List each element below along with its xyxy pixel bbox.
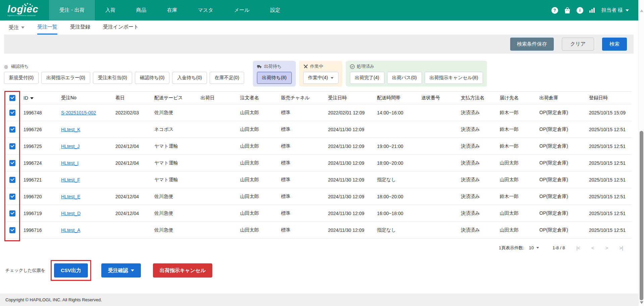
column-header[interactable]: 着日 xyxy=(113,92,152,104)
status-group: 処理済み出荷完了(4)出荷パス(0)出荷指示キャンセル(8) xyxy=(346,61,487,87)
row-checkbox[interactable] xyxy=(9,110,15,116)
status-filter-button[interactable]: 在庫不足(0) xyxy=(210,72,244,84)
cell-orderer: 山田太郎 xyxy=(237,205,278,222)
bag-icon[interactable] xyxy=(564,7,571,14)
topnav-item[interactable]: 入荷 xyxy=(95,0,126,20)
column-header[interactable]: 受注日時 xyxy=(325,92,374,104)
cell-recipient: 山田太郎 xyxy=(497,155,537,171)
orders-table: ID受注No着日配送サービス出荷日注文者名販売チャネル受注日時配送時間帯送状番号… xyxy=(4,91,632,239)
help-icon[interactable]: ? xyxy=(551,7,558,14)
subnav-tab[interactable]: 受注一覧 xyxy=(37,20,57,35)
status-filter-button[interactable]: 作業中(4) xyxy=(303,72,338,84)
column-header[interactable]: 支払方法名 xyxy=(458,92,497,104)
status-filter-button[interactable]: 出荷指示エラー(0) xyxy=(41,72,90,84)
scrollbar-thumb[interactable] xyxy=(640,131,643,300)
info-icon[interactable]: i xyxy=(577,7,583,14)
csv-export-button[interactable]: CSV出力 xyxy=(54,263,88,277)
per-page-select[interactable]: 10 xyxy=(529,245,539,250)
vertical-scrollbar[interactable] xyxy=(638,0,644,306)
column-header[interactable]: 送状番号 xyxy=(419,92,458,104)
order-no-link[interactable]: S-20251015-002 xyxy=(61,110,96,115)
scroll-up-icon[interactable] xyxy=(640,9,643,12)
first-page-icon[interactable]: |< xyxy=(576,245,580,251)
order-dropdown[interactable]: 受注 xyxy=(9,24,24,31)
status-filter-button[interactable]: 出荷指示キャンセル(8) xyxy=(425,72,483,84)
order-no-link[interactable]: HLtest_D xyxy=(61,211,80,216)
status-filter-button[interactable]: 新規受付(0) xyxy=(4,72,39,84)
order-no-link[interactable]: HLtest_E xyxy=(61,194,80,199)
row-checkbox[interactable] xyxy=(9,194,15,200)
column-header[interactable]: 注文者名 xyxy=(237,92,278,104)
column-header[interactable]: 登録日時 xyxy=(586,92,632,104)
cell-arrival-date: 2022/02/03 xyxy=(113,104,152,121)
status-filter-button[interactable]: 入金待ち(0) xyxy=(172,72,207,84)
order-confirm-button[interactable]: 受注確認 xyxy=(101,263,141,277)
topnav-item[interactable]: メール xyxy=(224,0,260,20)
cell-recipient: 山田太郎 xyxy=(497,222,537,239)
row-checkbox[interactable] xyxy=(9,160,15,166)
cell-registered: 2025/10/15 12:51 xyxy=(586,222,632,239)
column-header[interactable]: 販売チャネル xyxy=(278,92,325,104)
cell-order-no: S-20251015-002 xyxy=(58,104,113,121)
scroll-down-icon[interactable] xyxy=(640,301,643,304)
topnav-item[interactable]: 設定 xyxy=(260,0,291,20)
cell-arrival-date xyxy=(113,121,152,138)
topbar-right: ? i 担当者 様 xyxy=(551,0,638,20)
cell-order-datetime: 2024/11/30 12:09 xyxy=(325,138,374,155)
row-checkbox[interactable] xyxy=(9,143,15,149)
cell-warehouse: OP(限定倉庫) xyxy=(537,121,586,138)
topnav-item[interactable]: 商品 xyxy=(126,0,157,20)
column-header[interactable]: 届け先名 xyxy=(497,92,537,104)
status-filter-button[interactable]: 出荷パス(0) xyxy=(387,72,422,84)
copyright-text: Copyright © HAPILOGI, INC. All Rights Re… xyxy=(5,297,102,302)
status-group-label: ◎確認待ち xyxy=(4,63,244,69)
user-menu[interactable]: 担当者 様 xyxy=(601,7,629,13)
topnav-item[interactable]: 在庫 xyxy=(157,0,187,20)
last-page-icon[interactable]: >| xyxy=(619,245,623,251)
cell-registered: 2025/10/15 15:09 xyxy=(586,104,632,121)
order-no-link[interactable]: HLtest_I xyxy=(61,160,78,166)
clear-button[interactable]: クリア xyxy=(562,38,594,51)
topnav-item[interactable]: 受注・出荷 xyxy=(49,0,95,20)
logiec-logo[interactable]: logiec logistics e-commerce conductor xyxy=(0,0,43,20)
cell-payment: 決済済み xyxy=(458,104,497,121)
cell-order-no: HLtest_J xyxy=(58,138,113,155)
stats-icon[interactable] xyxy=(589,8,595,13)
column-header[interactable]: 配送時間帯 xyxy=(374,92,419,104)
cell-orderer: 山田太郎 xyxy=(237,104,278,121)
row-checkbox[interactable] xyxy=(9,227,15,233)
table-row: 1996748S-20251015-0022022/02/03佐川急便山田太郎標… xyxy=(4,104,632,121)
column-header[interactable]: 出荷倉庫 xyxy=(537,92,586,104)
order-no-link[interactable]: HLtest_A xyxy=(61,227,80,233)
status-filter-button[interactable]: 受注未引当(0) xyxy=(93,72,132,84)
subnav-tab[interactable]: 受注登録 xyxy=(70,20,90,35)
order-no-link[interactable]: HLtest_K xyxy=(61,127,80,132)
cell-time-slot: 指定なし xyxy=(374,171,419,188)
save-search-conditions-button[interactable]: 検索条件保存 xyxy=(510,38,554,51)
row-checkbox[interactable] xyxy=(9,126,15,133)
cell-ship-date xyxy=(198,222,237,239)
chevron-down-icon xyxy=(131,269,134,271)
topnav-item[interactable]: マスタ xyxy=(187,0,224,20)
column-header[interactable]: 出荷日 xyxy=(198,92,237,104)
select-all-checkbox[interactable] xyxy=(9,95,15,101)
status-filter-button[interactable]: 出荷完了(4) xyxy=(350,72,384,84)
order-no-link[interactable]: HLtest_J xyxy=(61,144,79,149)
column-header[interactable]: ID xyxy=(21,92,58,104)
row-checkbox[interactable] xyxy=(9,210,15,216)
logo-text: logiec xyxy=(7,4,43,14)
next-page-icon[interactable]: > xyxy=(605,245,608,251)
status-filter-button[interactable]: 出荷待ち(8) xyxy=(257,72,291,84)
order-no-link[interactable]: HLtest_F xyxy=(61,177,80,183)
search-button[interactable]: 検索 xyxy=(602,38,627,51)
cell-order-datetime: 2024/11/30 12:09 xyxy=(325,222,374,239)
subnav-tab[interactable]: 受注インポート xyxy=(103,20,139,35)
cancel-shipping-instruction-button[interactable]: 出荷指示キャンセル xyxy=(153,263,212,277)
prev-page-icon[interactable]: < xyxy=(591,245,594,251)
top-navigation-bar: logiec logistics e-commerce conductor 受注… xyxy=(0,0,638,20)
status-filter-button[interactable]: 確認待ち(0) xyxy=(135,72,169,84)
column-header[interactable]: 受注No xyxy=(58,92,113,104)
row-checkbox[interactable] xyxy=(9,177,15,183)
cell-orderer: 山田太郎 xyxy=(237,138,278,155)
column-header[interactable]: 配送サービス xyxy=(152,92,198,104)
